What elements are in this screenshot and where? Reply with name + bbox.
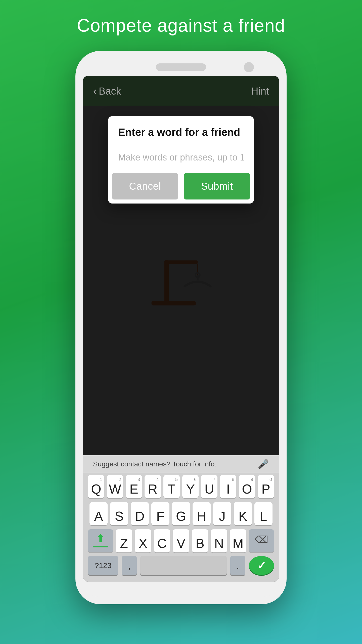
dialog-title: Enter a word for a friend <box>108 116 254 146</box>
key-x[interactable]: X <box>135 529 151 552</box>
dialog-overlay: Enter a word for a friend Cancel Submit <box>83 106 279 455</box>
key-a[interactable]: A <box>89 502 108 525</box>
phone-screen: ‹ Back Hint <box>83 76 279 582</box>
back-label: Back <box>99 86 121 97</box>
key-f[interactable]: F <box>151 502 169 525</box>
phone-top-bar <box>83 58 279 76</box>
back-button[interactable]: ‹ Back <box>93 85 121 97</box>
word-entry-dialog: Enter a word for a friend Cancel Submit <box>108 116 254 204</box>
dialog-input-area[interactable] <box>108 146 254 169</box>
key-r[interactable]: 4 R <box>145 475 161 498</box>
period-key[interactable]: . <box>230 556 245 575</box>
space-key[interactable] <box>140 556 227 575</box>
num-sym-key[interactable]: ?123 <box>88 556 118 575</box>
key-b[interactable]: B <box>192 529 208 552</box>
keyboard: Suggest contact names? Touch for info. 🎤… <box>83 455 279 582</box>
delete-key[interactable]: ⌫ <box>249 529 274 552</box>
key-w[interactable]: 2 W <box>107 475 123 498</box>
word-input[interactable] <box>118 152 244 163</box>
key-h[interactable]: H <box>193 502 211 525</box>
back-chevron-icon: ‹ <box>93 85 97 97</box>
shift-key[interactable]: ⬆ <box>88 529 113 552</box>
key-i[interactable]: 8 I <box>220 475 236 498</box>
game-area: Enter a word for a friend Cancel Submit <box>83 106 279 455</box>
key-g[interactable]: G <box>172 502 190 525</box>
keyboard-row-1: 1 Q 2 W 3 E 4 R 5 T <box>83 473 279 500</box>
page-title: Compete against a friend <box>77 15 285 36</box>
mic-icon[interactable]: 🎤 <box>258 459 269 469</box>
key-v[interactable]: V <box>173 529 189 552</box>
enter-key[interactable]: ✓ <box>249 556 274 575</box>
key-u[interactable]: 7 U <box>201 475 217 498</box>
dialog-buttons: Cancel Submit <box>108 169 254 204</box>
hint-button[interactable]: Hint <box>251 86 269 97</box>
keyboard-bottom-row: ?123 , . ✓ <box>83 554 279 579</box>
key-o[interactable]: 9 O <box>239 475 255 498</box>
key-d[interactable]: D <box>131 502 149 525</box>
suggest-text: Suggest contact names? Touch for info. <box>93 460 216 468</box>
keyboard-row-2: A S D F G H J <box>83 500 279 527</box>
cancel-button[interactable]: Cancel <box>112 173 178 199</box>
app-top-bar: ‹ Back Hint <box>83 76 279 106</box>
key-k[interactable]: K <box>234 502 252 525</box>
key-p[interactable]: 0 P <box>258 475 274 498</box>
key-c[interactable]: C <box>154 529 170 552</box>
keyboard-row-3: ⬆ Z X C V B N <box>83 527 279 554</box>
phone-bottom-bar <box>83 582 279 597</box>
key-j[interactable]: J <box>213 502 231 525</box>
comma-key[interactable]: , <box>122 556 137 575</box>
key-m[interactable]: M <box>230 529 246 552</box>
key-z[interactable]: Z <box>116 529 132 552</box>
key-l[interactable]: L <box>254 502 273 525</box>
phone-camera <box>244 62 254 72</box>
phone-speaker <box>156 63 206 71</box>
delete-icon: ⌫ <box>255 534 268 545</box>
key-q[interactable]: 1 Q <box>88 475 104 498</box>
key-e[interactable]: 3 E <box>126 475 142 498</box>
enter-icon: ✓ <box>257 559 266 572</box>
phone-device: ‹ Back Hint <box>75 51 287 604</box>
key-y[interactable]: 6 Y <box>182 475 199 498</box>
key-t[interactable]: 5 T <box>163 475 180 498</box>
key-s[interactable]: S <box>110 502 128 525</box>
key-n[interactable]: N <box>211 529 227 552</box>
shift-icon: ⬆ <box>96 532 105 545</box>
keyboard-suggest-row: Suggest contact names? Touch for info. 🎤 <box>83 455 279 473</box>
submit-button[interactable]: Submit <box>184 173 250 199</box>
